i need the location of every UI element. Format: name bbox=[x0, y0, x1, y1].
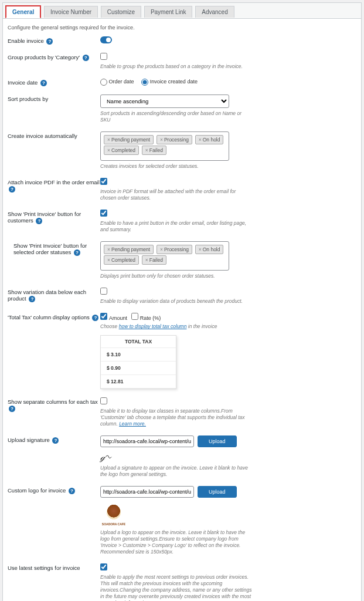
signature-preview: ℊ∿ bbox=[100, 452, 356, 462]
logo-label: Custom logo for invoice ? bbox=[8, 486, 100, 555]
signature-label: Upload signature ? bbox=[8, 435, 100, 478]
rate-checkbox[interactable] bbox=[131, 313, 138, 320]
sep-cols-label: Show separate columns for each tax ? bbox=[8, 397, 100, 427]
print-statuses-desc: Displays print button only for chosen or… bbox=[100, 273, 253, 279]
auto-create-label: Create invoice automatically bbox=[8, 131, 100, 170]
help-icon[interactable]: ? bbox=[83, 55, 89, 61]
chip-failed[interactable]: Failed bbox=[142, 146, 166, 155]
learn-more-link[interactable]: Learn more. bbox=[119, 421, 146, 427]
help-icon[interactable]: ? bbox=[74, 249, 80, 256]
show-print-checkbox[interactable] bbox=[100, 210, 107, 217]
chip-onhold[interactable]: On hold bbox=[195, 135, 224, 144]
sep-cols-desc: Enable it to to display tax classes in s… bbox=[100, 408, 253, 427]
invoice-date-created-radio[interactable] bbox=[141, 79, 148, 86]
attach-pdf-label: Attach invoice PDF in the order email ? bbox=[8, 178, 100, 201]
invoice-date-order-radio[interactable] bbox=[100, 79, 107, 86]
total-tax-desc: Choose how to display total tax column i… bbox=[100, 323, 253, 330]
group-category-desc: Enable to group the products based on a … bbox=[100, 63, 253, 70]
help-icon[interactable]: ? bbox=[40, 80, 47, 86]
show-print-desc: Enable to have a print button in the ord… bbox=[100, 220, 253, 233]
print-statuses-multiselect[interactable]: Pending payment Processing On hold Compl… bbox=[100, 241, 229, 271]
sort-desc: Sort products in ascending/descending or… bbox=[100, 110, 253, 123]
variation-checkbox[interactable] bbox=[100, 288, 107, 295]
show-print-label: Show 'Print Invoice' button for customer… bbox=[8, 210, 100, 233]
enable-invoice-label: Enable invoice ? bbox=[8, 36, 100, 45]
tab-general[interactable]: General bbox=[5, 5, 41, 18]
chip-pending[interactable]: Pending payment bbox=[104, 135, 154, 144]
chip-processing[interactable]: Processing bbox=[157, 135, 192, 144]
help-icon[interactable]: ? bbox=[36, 218, 42, 224]
sort-select[interactable]: Name ascending bbox=[100, 94, 229, 108]
total-tax-link[interactable]: how to display total tax column bbox=[119, 323, 187, 329]
tab-invoice-number[interactable]: Invoice Number bbox=[44, 6, 98, 18]
help-icon[interactable]: ? bbox=[46, 38, 53, 45]
group-category-label: Group products by 'Category' ? bbox=[8, 53, 100, 70]
help-icon[interactable]: ? bbox=[29, 296, 35, 302]
logo-input[interactable] bbox=[100, 486, 194, 498]
chip-completed[interactable]: Completed bbox=[104, 146, 139, 155]
signature-input[interactable] bbox=[100, 435, 194, 447]
variation-label: Show variation data below each product ? bbox=[8, 288, 100, 305]
latest-settings-checkbox[interactable] bbox=[100, 563, 107, 570]
latest-settings-label: Use latest settings for invoice bbox=[8, 563, 100, 601]
sep-cols-checkbox[interactable] bbox=[100, 397, 107, 404]
tab-customize[interactable]: Customize bbox=[101, 6, 141, 18]
auto-create-multiselect[interactable]: Pending payment Processing On hold Compl… bbox=[100, 131, 229, 161]
intro-text: Configure the general settings required … bbox=[3, 19, 361, 34]
help-icon[interactable]: ? bbox=[9, 406, 15, 412]
attach-pdf-desc: Invoice in PDF format will be attached w… bbox=[100, 188, 253, 201]
help-icon[interactable]: ? bbox=[52, 437, 59, 444]
chip-onhold[interactable]: On hold bbox=[195, 245, 224, 254]
signature-desc: Upload a signature to appear on the invo… bbox=[100, 465, 253, 478]
settings-tabs: General Invoice Number Customize Payment… bbox=[3, 3, 361, 19]
logo-desc: Upload a logo to appear on the invoice. … bbox=[100, 529, 253, 555]
help-icon[interactable]: ? bbox=[9, 186, 15, 193]
total-tax-label: 'Total Tax' column display options ? bbox=[8, 313, 100, 389]
variation-desc: Enable to display variation data of prod… bbox=[100, 298, 253, 305]
chip-failed[interactable]: Failed bbox=[142, 255, 166, 265]
attach-pdf-checkbox[interactable] bbox=[100, 178, 107, 185]
print-statuses-label: Show 'Print Invoice' button for selected… bbox=[8, 241, 100, 279]
chip-pending[interactable]: Pending payment bbox=[104, 245, 154, 254]
auto-create-desc: Creates invoices for selected order stat… bbox=[100, 163, 253, 170]
group-category-checkbox[interactable] bbox=[100, 53, 107, 60]
chip-processing[interactable]: Processing bbox=[157, 245, 192, 254]
chip-completed[interactable]: Completed bbox=[104, 255, 139, 265]
invoice-date-label: Invoice date ? bbox=[8, 78, 100, 86]
logo-preview bbox=[100, 502, 127, 527]
tab-advanced[interactable]: Advanced bbox=[195, 6, 234, 18]
tab-payment-link[interactable]: Payment Link bbox=[144, 6, 193, 18]
enable-invoice-toggle[interactable] bbox=[100, 36, 112, 43]
signature-upload-button[interactable]: Upload bbox=[198, 435, 237, 447]
logo-upload-button[interactable]: Upload bbox=[198, 486, 237, 498]
sort-label: Sort products by bbox=[8, 94, 100, 123]
amount-checkbox[interactable] bbox=[100, 313, 107, 320]
tax-preview-table: TOTAL TAX $ 3.10 $ 0.90 $ 12.81 bbox=[100, 335, 176, 389]
help-icon[interactable]: ? bbox=[69, 488, 75, 494]
latest-settings-desc: Enable to apply the most recent settings… bbox=[100, 574, 253, 601]
help-icon[interactable]: ? bbox=[92, 315, 98, 321]
